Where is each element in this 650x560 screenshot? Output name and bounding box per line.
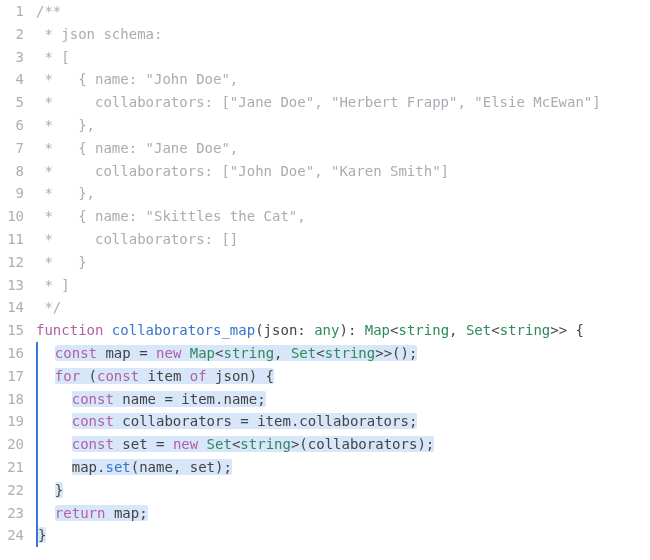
token-punct: ,	[274, 345, 291, 361]
line-number: 10	[0, 205, 24, 228]
comment-text: * collaborators: ["Jane Doe", "Herbert F…	[36, 94, 601, 110]
token-punct: (	[89, 368, 97, 384]
code-line[interactable]: * json schema:	[36, 23, 650, 46]
token-prop: name	[223, 391, 257, 407]
suggestion-highlight: }	[55, 482, 63, 498]
token-punct: ();	[392, 345, 417, 361]
token-ident: item	[148, 368, 182, 384]
code-line[interactable]: const collaborators = item.collaborators…	[36, 410, 650, 433]
token-punct: :	[348, 322, 365, 338]
comment-text: * ]	[36, 277, 70, 293]
code-line[interactable]: function collaborators_map(json: any): M…	[36, 319, 650, 342]
suggestion-highlight: const set = new Set<string>(collaborator…	[72, 436, 435, 452]
token-ident: map	[105, 345, 130, 361]
token-angle: <	[390, 322, 398, 338]
token-punct: ;	[409, 413, 417, 429]
code-line[interactable]: * ]	[36, 274, 650, 297]
line-number: 23	[0, 502, 24, 525]
code-line[interactable]: * }	[36, 251, 650, 274]
code-area[interactable]: /** * json schema: * [ * { name: "John D…	[32, 0, 650, 560]
line-number: 5	[0, 91, 24, 114]
code-line[interactable]: * collaborators: []	[36, 228, 650, 251]
suggestion-highlight: const name = item.name;	[72, 391, 266, 407]
token-punct: (	[299, 436, 307, 452]
line-number: 22	[0, 479, 24, 502]
token-type: string	[223, 345, 274, 361]
code-line[interactable]: * },	[36, 114, 650, 137]
token-angle: <	[316, 345, 324, 361]
code-line[interactable]: * },	[36, 182, 650, 205]
token-kw: of	[181, 368, 215, 384]
line-number: 8	[0, 160, 24, 183]
line-number: 14	[0, 296, 24, 319]
line-number: 15	[0, 319, 24, 342]
line-number: 19	[0, 410, 24, 433]
token-punct: }	[38, 527, 46, 543]
comment-text: /**	[36, 3, 61, 19]
code-line[interactable]: for (const item of json) {	[36, 365, 650, 388]
line-number: 16	[0, 342, 24, 365]
code-line[interactable]: * [	[36, 46, 650, 69]
code-line[interactable]: return map;	[36, 502, 650, 525]
token-type: Map	[365, 322, 390, 338]
line-number: 9	[0, 182, 24, 205]
code-line[interactable]: * { name: "Skittles the Cat",	[36, 205, 650, 228]
token-type: any	[314, 322, 339, 338]
token-ident: set	[190, 459, 215, 475]
token-kw: const	[72, 413, 123, 429]
code-line[interactable]: * collaborators: ["John Doe", "Karen Smi…	[36, 160, 650, 183]
code-line[interactable]: * { name: "John Doe",	[36, 68, 650, 91]
suggestion-highlight: const collaborators = item.collaborators…	[72, 413, 418, 429]
token-punct: }	[55, 482, 63, 498]
code-line[interactable]: * { name: "Jane Doe",	[36, 137, 650, 160]
token-ident: map	[72, 459, 97, 475]
code-line[interactable]: }	[36, 479, 650, 502]
suggestion-highlight: return map;	[55, 505, 148, 521]
token-type: string	[500, 322, 551, 338]
token-punct: ;	[139, 505, 147, 521]
token-angle: >>	[550, 322, 567, 338]
line-number: 6	[0, 114, 24, 137]
token-punct: =	[156, 391, 181, 407]
comment-text: * { name: "Jane Doe",	[36, 140, 238, 156]
line-number: 1	[0, 0, 24, 23]
token-type: string	[240, 436, 291, 452]
token-punct: {	[567, 322, 584, 338]
code-line[interactable]: /**	[36, 0, 650, 23]
comment-text: * { name: "John Doe",	[36, 71, 238, 87]
code-line[interactable]: map.set(name, set);	[36, 456, 650, 479]
code-line[interactable]: * collaborators: ["Jane Doe", "Herbert F…	[36, 91, 650, 114]
token-punct: =	[131, 345, 156, 361]
token-punct: (	[255, 322, 263, 338]
comment-text: */	[36, 299, 61, 315]
token-punct: );	[215, 459, 232, 475]
code-line[interactable]: }	[36, 524, 650, 547]
token-type: Map	[190, 345, 215, 361]
suggestion-highlight: for (const item of json) {	[55, 368, 274, 384]
token-kw: function	[36, 322, 112, 338]
suggestion-highlight: }	[38, 527, 46, 543]
token-kw: const	[97, 368, 148, 384]
token-punct: =	[148, 436, 173, 452]
line-number: 3	[0, 46, 24, 69]
token-ident: item	[257, 413, 291, 429]
code-line[interactable]: const name = item.name;	[36, 388, 650, 411]
token-kw: const	[72, 436, 123, 452]
token-ident: json	[264, 322, 298, 338]
token-ident: collaborators	[122, 413, 232, 429]
token-kw: new	[173, 436, 207, 452]
token-ident: collaborators	[308, 436, 418, 452]
code-line[interactable]: const map = new Map<string, Set<string>>…	[36, 342, 650, 365]
suggestion-highlight: map.set(name, set);	[72, 459, 232, 475]
code-line[interactable]: */	[36, 296, 650, 319]
code-line[interactable]: const set = new Set<string>(collaborator…	[36, 433, 650, 456]
line-number-gutter: 123456789101112131415161718192021222324	[0, 0, 32, 560]
token-angle: >>	[375, 345, 392, 361]
comment-text: * },	[36, 185, 95, 201]
token-method: set	[105, 459, 130, 475]
token-kw: const	[72, 391, 123, 407]
line-number: 7	[0, 137, 24, 160]
token-ident: name	[122, 391, 156, 407]
token-type: string	[325, 345, 376, 361]
token-type: Set	[207, 436, 232, 452]
